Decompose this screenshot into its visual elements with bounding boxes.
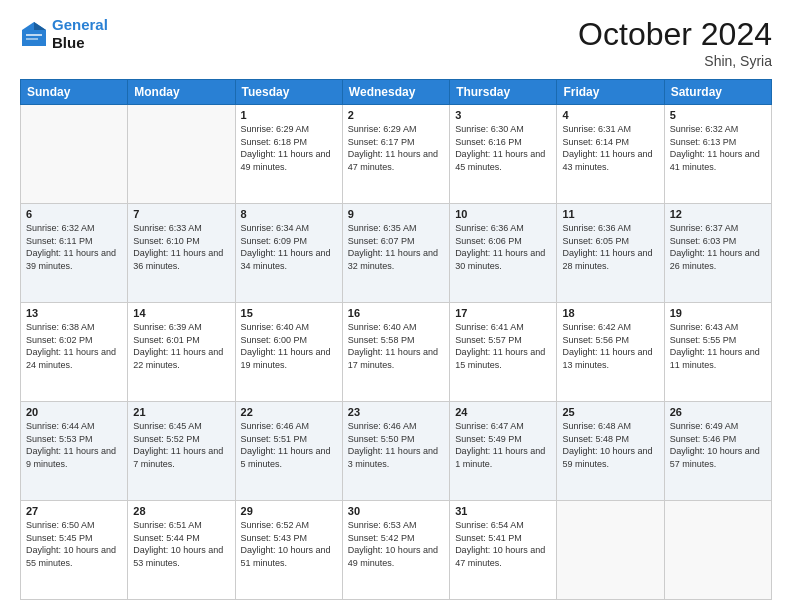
day-content: Sunrise: 6:29 AM Sunset: 6:18 PM Dayligh…: [241, 123, 337, 173]
calendar-week-row: 27Sunrise: 6:50 AM Sunset: 5:45 PM Dayli…: [21, 501, 772, 600]
day-number: 11: [562, 208, 658, 220]
day-content: Sunrise: 6:46 AM Sunset: 5:50 PM Dayligh…: [348, 420, 444, 470]
day-number: 8: [241, 208, 337, 220]
day-content: Sunrise: 6:47 AM Sunset: 5:49 PM Dayligh…: [455, 420, 551, 470]
day-number: 30: [348, 505, 444, 517]
calendar-cell: [664, 501, 771, 600]
calendar-week-row: 6Sunrise: 6:32 AM Sunset: 6:11 PM Daylig…: [21, 204, 772, 303]
calendar-cell: 5Sunrise: 6:32 AM Sunset: 6:13 PM Daylig…: [664, 105, 771, 204]
day-number: 21: [133, 406, 229, 418]
day-number: 17: [455, 307, 551, 319]
day-content: Sunrise: 6:30 AM Sunset: 6:16 PM Dayligh…: [455, 123, 551, 173]
calendar-cell: 8Sunrise: 6:34 AM Sunset: 6:09 PM Daylig…: [235, 204, 342, 303]
day-content: Sunrise: 6:40 AM Sunset: 6:00 PM Dayligh…: [241, 321, 337, 371]
logo-text: General Blue: [52, 16, 108, 52]
day-content: Sunrise: 6:32 AM Sunset: 6:13 PM Dayligh…: [670, 123, 766, 173]
day-content: Sunrise: 6:34 AM Sunset: 6:09 PM Dayligh…: [241, 222, 337, 272]
calendar-cell: 11Sunrise: 6:36 AM Sunset: 6:05 PM Dayli…: [557, 204, 664, 303]
svg-marker-1: [34, 22, 46, 30]
header: General Blue October 2024 Shin, Syria: [20, 16, 772, 69]
day-number: 12: [670, 208, 766, 220]
calendar-cell: 13Sunrise: 6:38 AM Sunset: 6:02 PM Dayli…: [21, 303, 128, 402]
day-number: 19: [670, 307, 766, 319]
day-number: 18: [562, 307, 658, 319]
day-number: 29: [241, 505, 337, 517]
calendar-cell: 31Sunrise: 6:54 AM Sunset: 5:41 PM Dayli…: [450, 501, 557, 600]
calendar-cell: 14Sunrise: 6:39 AM Sunset: 6:01 PM Dayli…: [128, 303, 235, 402]
day-content: Sunrise: 6:52 AM Sunset: 5:43 PM Dayligh…: [241, 519, 337, 569]
day-number: 4: [562, 109, 658, 121]
weekday-header-saturday: Saturday: [664, 80, 771, 105]
calendar-cell: 2Sunrise: 6:29 AM Sunset: 6:17 PM Daylig…: [342, 105, 449, 204]
day-number: 24: [455, 406, 551, 418]
calendar-cell: 3Sunrise: 6:30 AM Sunset: 6:16 PM Daylig…: [450, 105, 557, 204]
calendar-week-row: 13Sunrise: 6:38 AM Sunset: 6:02 PM Dayli…: [21, 303, 772, 402]
day-content: Sunrise: 6:44 AM Sunset: 5:53 PM Dayligh…: [26, 420, 122, 470]
calendar-cell: 26Sunrise: 6:49 AM Sunset: 5:46 PM Dayli…: [664, 402, 771, 501]
calendar-week-row: 20Sunrise: 6:44 AM Sunset: 5:53 PM Dayli…: [21, 402, 772, 501]
weekday-header-wednesday: Wednesday: [342, 80, 449, 105]
day-content: Sunrise: 6:32 AM Sunset: 6:11 PM Dayligh…: [26, 222, 122, 272]
calendar-cell: 7Sunrise: 6:33 AM Sunset: 6:10 PM Daylig…: [128, 204, 235, 303]
day-number: 28: [133, 505, 229, 517]
calendar-cell: 25Sunrise: 6:48 AM Sunset: 5:48 PM Dayli…: [557, 402, 664, 501]
day-number: 20: [26, 406, 122, 418]
day-content: Sunrise: 6:38 AM Sunset: 6:02 PM Dayligh…: [26, 321, 122, 371]
calendar-cell: 18Sunrise: 6:42 AM Sunset: 5:56 PM Dayli…: [557, 303, 664, 402]
calendar-cell: 1Sunrise: 6:29 AM Sunset: 6:18 PM Daylig…: [235, 105, 342, 204]
logo-general: General: [52, 16, 108, 33]
weekday-header-sunday: Sunday: [21, 80, 128, 105]
calendar-cell: 27Sunrise: 6:50 AM Sunset: 5:45 PM Dayli…: [21, 501, 128, 600]
calendar-cell: 24Sunrise: 6:47 AM Sunset: 5:49 PM Dayli…: [450, 402, 557, 501]
calendar-cell: 12Sunrise: 6:37 AM Sunset: 6:03 PM Dayli…: [664, 204, 771, 303]
day-number: 9: [348, 208, 444, 220]
day-number: 27: [26, 505, 122, 517]
day-number: 23: [348, 406, 444, 418]
day-content: Sunrise: 6:45 AM Sunset: 5:52 PM Dayligh…: [133, 420, 229, 470]
location: Shin, Syria: [578, 53, 772, 69]
calendar-cell: 15Sunrise: 6:40 AM Sunset: 6:00 PM Dayli…: [235, 303, 342, 402]
weekday-header-tuesday: Tuesday: [235, 80, 342, 105]
day-number: 14: [133, 307, 229, 319]
calendar-table: SundayMondayTuesdayWednesdayThursdayFrid…: [20, 79, 772, 600]
day-number: 25: [562, 406, 658, 418]
day-content: Sunrise: 6:39 AM Sunset: 6:01 PM Dayligh…: [133, 321, 229, 371]
weekday-header-thursday: Thursday: [450, 80, 557, 105]
day-number: 5: [670, 109, 766, 121]
calendar-cell: 21Sunrise: 6:45 AM Sunset: 5:52 PM Dayli…: [128, 402, 235, 501]
day-content: Sunrise: 6:35 AM Sunset: 6:07 PM Dayligh…: [348, 222, 444, 272]
day-number: 6: [26, 208, 122, 220]
calendar-cell: 9Sunrise: 6:35 AM Sunset: 6:07 PM Daylig…: [342, 204, 449, 303]
month-title: October 2024: [578, 16, 772, 53]
day-content: Sunrise: 6:37 AM Sunset: 6:03 PM Dayligh…: [670, 222, 766, 272]
title-block: October 2024 Shin, Syria: [578, 16, 772, 69]
day-content: Sunrise: 6:49 AM Sunset: 5:46 PM Dayligh…: [670, 420, 766, 470]
calendar-cell: 28Sunrise: 6:51 AM Sunset: 5:44 PM Dayli…: [128, 501, 235, 600]
logo-icon: [20, 20, 48, 48]
day-number: 15: [241, 307, 337, 319]
day-number: 16: [348, 307, 444, 319]
logo: General Blue: [20, 16, 108, 52]
calendar-cell: 4Sunrise: 6:31 AM Sunset: 6:14 PM Daylig…: [557, 105, 664, 204]
day-number: 10: [455, 208, 551, 220]
day-number: 22: [241, 406, 337, 418]
calendar-cell: 19Sunrise: 6:43 AM Sunset: 5:55 PM Dayli…: [664, 303, 771, 402]
day-content: Sunrise: 6:51 AM Sunset: 5:44 PM Dayligh…: [133, 519, 229, 569]
calendar-cell: 23Sunrise: 6:46 AM Sunset: 5:50 PM Dayli…: [342, 402, 449, 501]
calendar-cell: 20Sunrise: 6:44 AM Sunset: 5:53 PM Dayli…: [21, 402, 128, 501]
calendar-cell: 16Sunrise: 6:40 AM Sunset: 5:58 PM Dayli…: [342, 303, 449, 402]
calendar-cell: 17Sunrise: 6:41 AM Sunset: 5:57 PM Dayli…: [450, 303, 557, 402]
calendar-cell: 10Sunrise: 6:36 AM Sunset: 6:06 PM Dayli…: [450, 204, 557, 303]
day-content: Sunrise: 6:29 AM Sunset: 6:17 PM Dayligh…: [348, 123, 444, 173]
day-content: Sunrise: 6:46 AM Sunset: 5:51 PM Dayligh…: [241, 420, 337, 470]
day-number: 26: [670, 406, 766, 418]
day-content: Sunrise: 6:54 AM Sunset: 5:41 PM Dayligh…: [455, 519, 551, 569]
calendar-cell: 6Sunrise: 6:32 AM Sunset: 6:11 PM Daylig…: [21, 204, 128, 303]
day-content: Sunrise: 6:50 AM Sunset: 5:45 PM Dayligh…: [26, 519, 122, 569]
weekday-header-monday: Monday: [128, 80, 235, 105]
calendar-week-row: 1Sunrise: 6:29 AM Sunset: 6:18 PM Daylig…: [21, 105, 772, 204]
calendar-cell: [128, 105, 235, 204]
day-content: Sunrise: 6:41 AM Sunset: 5:57 PM Dayligh…: [455, 321, 551, 371]
day-number: 13: [26, 307, 122, 319]
day-number: 1: [241, 109, 337, 121]
